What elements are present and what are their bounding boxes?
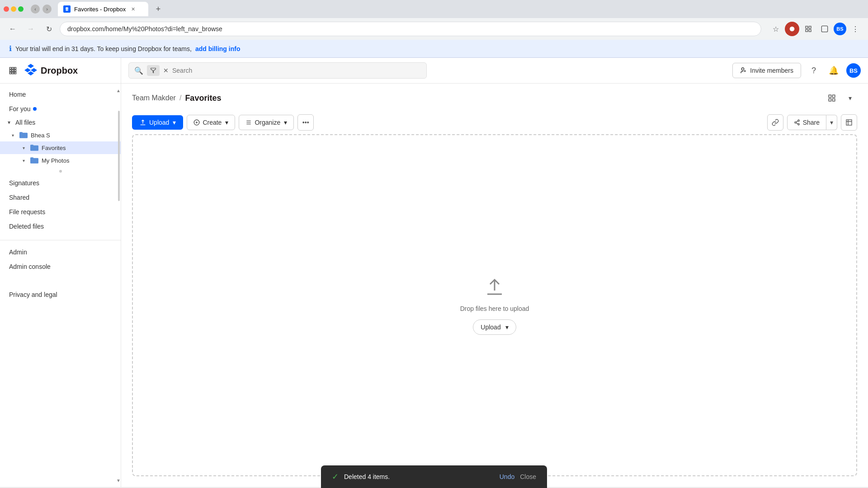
expand-arrow-my-photos[interactable]: ▾ (20, 157, 27, 164)
share-label: Share (803, 119, 820, 126)
all-files-label: All files (15, 119, 35, 126)
breadcrumb-current: Favorites (185, 94, 221, 103)
nav-refresh-btn[interactable]: ↻ (42, 22, 56, 36)
search-filter-btn[interactable] (147, 65, 160, 76)
sidebar-scrollbar[interactable]: ▲ ▼ (117, 84, 121, 487)
more-label: ••• (302, 119, 309, 126)
sidebar-divider (0, 240, 121, 240)
sidebar-scroll-up[interactable]: ▲ (116, 87, 121, 94)
organize-btn[interactable]: Organize ▾ (239, 115, 294, 130)
create-dropdown-arrow: ▾ (225, 119, 228, 126)
add-billing-link[interactable]: add billing info (195, 45, 241, 52)
svg-rect-13 (12, 72, 14, 74)
notifications-btn[interactable]: 🔔 (826, 63, 841, 78)
sidebar-scroll-down[interactable]: ▼ (116, 477, 121, 483)
bookmark-btn[interactable]: ☆ (769, 22, 783, 36)
sidebar-item-signatures[interactable]: Signatures (0, 176, 121, 190)
help-btn[interactable]: ? (807, 63, 821, 78)
file-requests-label: File requests (9, 208, 45, 216)
sidebar-item-admin[interactable]: Admin (0, 245, 121, 259)
extension-icon-3[interactable] (817, 22, 832, 36)
more-btn[interactable]: ••• (297, 114, 314, 131)
sidebar-item-shared[interactable]: Shared (0, 190, 121, 205)
shared-label: Shared (9, 194, 29, 201)
upload-arrow-icon (484, 276, 505, 298)
upload-btn[interactable]: Upload ▾ (132, 115, 183, 130)
svg-rect-2 (809, 26, 811, 28)
sidebar-item-privacy-legal[interactable]: Privacy and legal (0, 287, 121, 302)
toast-notification: ✓ Deleted 4 items. Undo Close (321, 465, 547, 488)
apps-grid-btn[interactable] (5, 63, 20, 78)
tab-back-btn[interactable]: ‹ (31, 5, 40, 14)
invite-members-btn[interactable]: Invite members (732, 63, 801, 78)
create-btn[interactable]: Create ▾ (187, 115, 235, 130)
share-btn[interactable]: Share (787, 115, 826, 130)
sidebar-item-file-requests[interactable]: File requests (0, 205, 121, 219)
address-bar[interactable]: dropbox.com/home/My%20Photos?di=left_nav… (60, 22, 761, 36)
share-dropdown-arrow[interactable]: ▾ (826, 115, 837, 130)
svg-rect-9 (9, 70, 11, 72)
browser-tab[interactable]: Favorites - Dropbox ✕ (58, 2, 148, 16)
toolbar: Upload ▾ Create ▾ Organize ▾ ••• (121, 111, 868, 134)
svg-rect-7 (12, 67, 14, 69)
browser-titlebar: ‹ › Favorites - Dropbox ✕ + (0, 0, 868, 18)
tree-item-bhea-s[interactable]: ▾ Bhea S (0, 129, 121, 141)
trial-text: Your trial will end in 31 days. To keep … (15, 45, 192, 52)
folder-icon-favorites (30, 144, 39, 151)
for-you-dot (33, 107, 37, 111)
toast-close-btn[interactable]: Close (520, 473, 536, 480)
profile-avatar[interactable]: BS (834, 23, 846, 35)
drop-text: Drop files here to upload (460, 305, 529, 312)
svg-rect-8 (14, 67, 16, 69)
svg-rect-11 (14, 70, 16, 72)
browser-menu-btn[interactable]: ⋮ (848, 22, 863, 36)
view-toggle: ▾ (825, 91, 857, 105)
grid-view-btn[interactable] (825, 91, 839, 105)
all-files-toggle[interactable]: ▾ All files (0, 116, 121, 129)
for-you-label: For you (9, 105, 30, 113)
expand-arrow-favorites[interactable]: ▾ (20, 144, 27, 151)
drop-zone[interactable]: Drop files here to upload Upload ▾ (132, 134, 857, 476)
sidebar-item-for-you[interactable]: For you (0, 102, 121, 116)
dropbox-logo[interactable]: Dropbox (24, 63, 78, 79)
breadcrumb-parent[interactable]: Team Makder (132, 94, 176, 102)
tab-close-btn[interactable]: ✕ (129, 5, 137, 13)
toast-undo-btn[interactable]: Undo (500, 473, 514, 480)
breadcrumb-separator: / (179, 94, 181, 102)
sidebar-item-home[interactable]: Home (0, 87, 121, 102)
search-bar[interactable]: 🔍 ✕ (128, 62, 427, 79)
toast-check-icon: ✓ (332, 472, 339, 482)
table-view-btn[interactable] (841, 114, 857, 131)
search-input[interactable] (172, 67, 421, 74)
new-tab-btn[interactable]: + (152, 3, 165, 15)
folder-icon-my-photos (30, 157, 39, 164)
sidebar-item-deleted-files[interactable]: Deleted files (0, 219, 121, 234)
view-more-btn[interactable]: ▾ (843, 91, 857, 105)
extension-icon-1[interactable] (785, 22, 799, 36)
tab-favicon (63, 5, 71, 13)
upload-zone-label: Upload (481, 324, 500, 331)
svg-rect-6 (9, 67, 11, 69)
nav-back-btn[interactable]: ← (5, 22, 20, 36)
tree-item-my-photos[interactable]: ▾ My Photos (0, 154, 121, 167)
browser-nav: ← → ↻ dropbox.com/home/My%20Photos?di=le… (0, 18, 868, 40)
svg-point-22 (794, 122, 796, 123)
deleted-files-label: Deleted files (9, 223, 44, 230)
svg-point-23 (797, 123, 799, 125)
upload-dropdown-arrow[interactable]: ▾ (173, 119, 176, 126)
svg-rect-17 (833, 95, 835, 97)
link-btn[interactable] (767, 114, 783, 131)
tree-label-bhea-s: Bhea S (31, 132, 50, 139)
nav-forward-btn[interactable]: → (24, 22, 38, 36)
search-clear-btn[interactable]: ✕ (163, 67, 169, 74)
expand-arrow-bhea-s[interactable]: ▾ (9, 131, 16, 139)
tree-item-favorites[interactable]: ▾ Favorites (0, 141, 121, 154)
svg-rect-19 (833, 99, 835, 101)
extension-icon-2[interactable] (801, 22, 816, 36)
user-avatar[interactable]: BS (846, 63, 861, 78)
upload-zone-btn[interactable]: Upload ▾ (473, 319, 516, 335)
main-content: Team Makder / Favorites ▾ (121, 84, 868, 487)
dropbox-logo-text: Dropbox (41, 66, 78, 76)
tab-forward-btn[interactable]: › (42, 5, 52, 14)
sidebar-item-admin-console[interactable]: Admin console (0, 259, 121, 274)
